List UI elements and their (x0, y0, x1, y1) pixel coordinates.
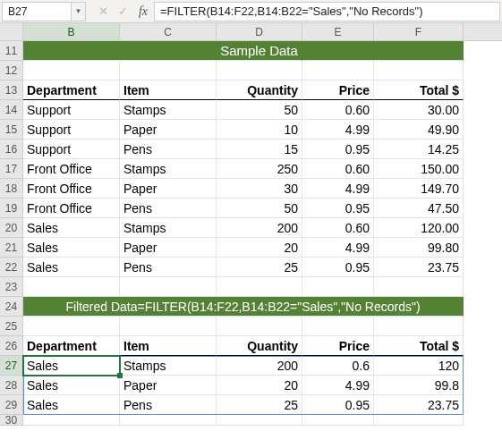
cell[interactable]: Sales (23, 218, 120, 238)
cell[interactable]: 150.00 (374, 159, 464, 179)
cell[interactable] (374, 415, 464, 426)
cell[interactable]: Paper (120, 120, 217, 139)
cell[interactable]: 50 (217, 199, 302, 218)
cell[interactable] (217, 277, 302, 297)
row-header[interactable]: 13 (0, 80, 23, 100)
banner-sample-data[interactable]: Sample Data (217, 41, 302, 61)
formula-input[interactable]: =FILTER(B14:F22,B14:B22="Sales","No Reco… (154, 2, 500, 21)
cell[interactable] (374, 317, 464, 336)
cell[interactable]: Paper (120, 179, 217, 199)
cell[interactable]: Stamps (120, 100, 217, 120)
cell[interactable] (302, 277, 374, 297)
cell[interactable]: 14.25 (374, 139, 464, 159)
cell[interactable] (120, 317, 217, 336)
cell[interactable]: Paper (120, 238, 217, 258)
cell[interactable]: 0.95 (302, 258, 374, 277)
row-header[interactable]: 27 (0, 356, 23, 376)
name-box[interactable]: B27 (2, 2, 72, 21)
cell[interactable] (302, 415, 374, 426)
cell[interactable]: Support (23, 100, 120, 120)
cell[interactable]: Stamps (120, 218, 217, 238)
cell[interactable]: Paper (120, 376, 217, 395)
cell[interactable]: 0.60 (302, 159, 374, 179)
cell[interactable] (302, 41, 374, 61)
cell[interactable]: 0.6 (302, 356, 374, 376)
header-item[interactable]: Item (120, 336, 217, 356)
cell[interactable] (120, 415, 217, 426)
row-header[interactable]: 25 (0, 317, 23, 336)
header-quantity[interactable]: Quantity (217, 80, 302, 100)
col-header-b[interactable]: B (23, 23, 120, 40)
cell[interactable]: Front Office (23, 179, 120, 199)
cell[interactable]: 25 (217, 258, 302, 277)
cell[interactable]: Sales (23, 376, 120, 395)
cell[interactable] (302, 61, 374, 80)
cell[interactable] (374, 61, 464, 80)
header-price[interactable]: Price (302, 80, 374, 100)
row-header[interactable]: 26 (0, 336, 23, 356)
cell[interactable]: 200 (217, 218, 302, 238)
cell[interactable]: 99.8 (374, 376, 464, 395)
cell[interactable]: 4.99 (302, 238, 374, 258)
active-cell[interactable]: Sales (23, 356, 120, 376)
cell[interactable]: 250 (217, 159, 302, 179)
row-header[interactable]: 17 (0, 159, 23, 179)
cell[interactable]: Pens (120, 395, 217, 415)
col-header-e[interactable]: E (302, 23, 374, 40)
row-header[interactable]: 18 (0, 179, 23, 199)
header-department[interactable]: Department (23, 336, 120, 356)
cell[interactable]: 20 (217, 376, 302, 395)
cell[interactable] (217, 317, 302, 336)
col-header-f[interactable]: F (374, 23, 464, 40)
row-header[interactable]: 28 (0, 376, 23, 395)
cell[interactable]: Sales (23, 395, 120, 415)
cell[interactable]: 23.75 (374, 395, 464, 415)
row-header[interactable]: 14 (0, 100, 23, 120)
cell[interactable]: 20 (217, 238, 302, 258)
cell[interactable]: Sales (23, 258, 120, 277)
row-header[interactable]: 16 (0, 139, 23, 159)
row-header[interactable]: 23 (0, 277, 23, 297)
cell[interactable]: Support (23, 120, 120, 139)
row-header[interactable]: 29 (0, 395, 23, 415)
row-header[interactable]: 15 (0, 120, 23, 139)
header-price[interactable]: Price (302, 336, 374, 356)
header-total[interactable]: Total $ (374, 80, 464, 100)
cell[interactable]: 99.80 (374, 238, 464, 258)
col-header-d[interactable]: D (217, 23, 302, 40)
cell[interactable]: 0.95 (302, 395, 374, 415)
header-quantity[interactable]: Quantity (217, 336, 302, 356)
cell[interactable] (23, 61, 120, 80)
cell[interactable] (374, 41, 464, 61)
cell[interactable] (302, 317, 374, 336)
cell[interactable]: 4.99 (302, 179, 374, 199)
header-item[interactable]: Item (120, 80, 217, 100)
cell[interactable]: 0.60 (302, 218, 374, 238)
cell[interactable]: Stamps (120, 159, 217, 179)
cell[interactable]: Stamps (120, 356, 217, 376)
banner-filtered-data[interactable]: Filtered Data=FILTER(B14:F22,B14:B22="Sa… (23, 297, 464, 317)
cell[interactable]: Pens (120, 199, 217, 218)
cell[interactable] (23, 317, 120, 336)
row-header[interactable]: 22 (0, 258, 23, 277)
cell[interactable]: 30 (217, 179, 302, 199)
cell[interactable] (23, 41, 120, 61)
cell[interactable]: Sales (23, 238, 120, 258)
cell[interactable]: Front Office (23, 199, 120, 218)
cell[interactable]: 50 (217, 100, 302, 120)
row-header[interactable]: 21 (0, 238, 23, 258)
cell[interactable] (120, 61, 217, 80)
row-header[interactable]: 12 (0, 61, 23, 80)
cell[interactable]: 4.99 (302, 376, 374, 395)
cell[interactable]: 25 (217, 395, 302, 415)
cell[interactable]: 49.90 (374, 120, 464, 139)
cell[interactable]: 4.99 (302, 120, 374, 139)
header-total[interactable]: Total $ (374, 336, 464, 356)
cell[interactable]: Pens (120, 139, 217, 159)
cell[interactable] (23, 277, 120, 297)
cell[interactable]: 0.95 (302, 139, 374, 159)
cell[interactable]: 200 (217, 356, 302, 376)
cell[interactable]: 30.00 (374, 100, 464, 120)
cell[interactable]: Pens (120, 258, 217, 277)
row-header[interactable]: 19 (0, 199, 23, 218)
